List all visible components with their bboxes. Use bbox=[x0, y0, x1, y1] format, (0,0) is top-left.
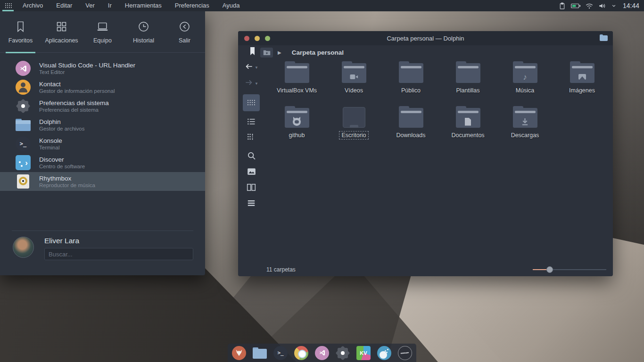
app-item-system-settings[interactable]: Preferencias del sistema Preferencias de… bbox=[0, 97, 205, 115]
video-badge-icon bbox=[341, 70, 367, 84]
tab-aplicaciones[interactable]: Aplicaciones bbox=[41, 11, 82, 52]
tab-historial[interactable]: Historial bbox=[123, 11, 164, 52]
breadcrumb-location[interactable]: Carpeta personal bbox=[292, 49, 344, 56]
file-manager-icon[interactable] bbox=[253, 346, 267, 360]
search-input[interactable] bbox=[44, 248, 193, 260]
bookmark-handle-icon[interactable] bbox=[249, 47, 256, 58]
folder-musica[interactable]: ♪ Música bbox=[496, 61, 553, 95]
tab-salir[interactable]: Salir bbox=[164, 11, 205, 52]
history-clock-icon bbox=[137, 20, 150, 33]
user-area: Eliver Lara bbox=[0, 231, 205, 260]
tab-equipo[interactable]: Equipo bbox=[82, 11, 123, 52]
folder-plantillas[interactable]: Plantillas bbox=[439, 61, 496, 95]
menu-ayuda[interactable]: Ayuda bbox=[216, 0, 247, 11]
app-item-vscode[interactable]: Visual Studio Code - URL Handler Text Ed… bbox=[0, 59, 205, 78]
app-description: Reproductor de música bbox=[39, 182, 95, 189]
app-launcher-button[interactable] bbox=[0, 0, 16, 11]
apps-grid-icon bbox=[55, 20, 68, 33]
zoom-slider-handle[interactable] bbox=[546, 266, 553, 273]
forward-button[interactable] bbox=[244, 78, 254, 89]
folder-virtualbox-vms[interactable]: VirtualBox VMs bbox=[268, 61, 325, 95]
icons-view-button[interactable] bbox=[243, 94, 260, 111]
folder-publico[interactable]: Público bbox=[382, 61, 439, 95]
bookmark-icon bbox=[14, 20, 27, 33]
chevron-down-icon[interactable] bbox=[611, 2, 617, 9]
wifi-icon[interactable] bbox=[585, 2, 594, 9]
folder-label: github bbox=[286, 131, 307, 140]
dock: >_ KV bbox=[228, 344, 416, 362]
menu-ir[interactable]: Ir bbox=[101, 0, 118, 11]
app-name: Rhythmbox bbox=[39, 175, 95, 182]
split-view-button[interactable] bbox=[247, 183, 256, 191]
app-item-rhythmbox[interactable]: Rhythmbox Reproductor de música bbox=[0, 172, 205, 191]
folder-github[interactable]: github bbox=[268, 106, 325, 140]
search-button[interactable] bbox=[247, 151, 256, 161]
menu-button[interactable] bbox=[247, 199, 256, 207]
chrome-icon[interactable] bbox=[294, 346, 308, 360]
document-badge-icon bbox=[455, 115, 481, 129]
blue-app-icon[interactable] bbox=[377, 346, 391, 360]
user-avatar[interactable] bbox=[13, 237, 34, 258]
app-name: Preferencias del sistema bbox=[39, 99, 109, 107]
vscode-dock-icon[interactable] bbox=[315, 346, 329, 360]
zoom-slider[interactable] bbox=[533, 266, 606, 273]
folder-documentos[interactable]: Documentos bbox=[439, 106, 496, 140]
menu-herramientas[interactable]: Herramientas bbox=[118, 0, 168, 11]
menu-editar[interactable]: Editar bbox=[50, 0, 79, 11]
firefox-icon[interactable] bbox=[232, 346, 246, 360]
application-launcher-panel: Favoritos Aplicaciones Equipo Historial … bbox=[0, 11, 205, 275]
tray-clock[interactable]: 14:44 bbox=[623, 2, 639, 9]
app-description: Gestor de información personal bbox=[39, 88, 115, 94]
window-title: Carpeta personal — Dolphin bbox=[238, 35, 613, 42]
folder-downloads[interactable]: Downloads bbox=[382, 106, 439, 140]
folder-escritorio[interactable]: Escritorio bbox=[325, 106, 382, 140]
clipboard-icon[interactable] bbox=[558, 2, 566, 10]
clock-widget-icon[interactable] bbox=[398, 346, 412, 360]
menu-list: Archivo Editar Ver Ir Herramientas Prefe… bbox=[16, 0, 246, 11]
status-folder-count: 11 carpetas bbox=[266, 266, 296, 273]
folder-descargas[interactable]: Descargas bbox=[496, 106, 553, 140]
folder-label: Vídeos bbox=[342, 86, 365, 95]
volume-icon[interactable] bbox=[598, 2, 606, 10]
forward-history-caret-icon[interactable]: ▼ bbox=[255, 82, 258, 86]
back-button[interactable] bbox=[244, 62, 254, 73]
launcher-grid-icon bbox=[5, 3, 11, 8]
folder-grid: VirtualBox VMs Vídeos Público Plantillas… bbox=[264, 59, 613, 263]
compact-view-button[interactable] bbox=[247, 132, 256, 141]
app-name: Konsole bbox=[39, 137, 62, 144]
folder-label: Público bbox=[399, 86, 423, 95]
konsole-icon: >_ bbox=[16, 136, 31, 151]
app-name: Visual Studio Code - URL Handler bbox=[39, 62, 135, 69]
kontact-icon bbox=[16, 80, 31, 95]
dolphin-side-toolbar: ▼ ▼ bbox=[238, 59, 264, 263]
folder-label: VirtualBox VMs bbox=[274, 86, 319, 95]
system-settings-icon bbox=[16, 99, 31, 114]
app-item-dolphin[interactable]: Dolphin Gestor de archivos bbox=[0, 115, 205, 134]
menu-archivo[interactable]: Archivo bbox=[16, 0, 50, 11]
folder-imagenes[interactable]: Imágenes bbox=[553, 61, 611, 95]
kdevelop-icon[interactable]: KV bbox=[356, 346, 371, 360]
preview-button[interactable] bbox=[247, 168, 256, 175]
settings-dock-icon[interactable] bbox=[336, 346, 350, 360]
app-name: Kontact bbox=[39, 81, 115, 88]
battery-icon[interactable] bbox=[570, 2, 581, 9]
app-item-konsole[interactable]: >_ Konsole Terminal bbox=[0, 134, 205, 153]
back-history-caret-icon[interactable]: ▼ bbox=[255, 66, 258, 70]
tab-favoritos[interactable]: Favoritos bbox=[0, 11, 41, 52]
icons-view-grid-icon bbox=[248, 100, 255, 106]
folder-label: Documentos bbox=[449, 131, 487, 140]
terminal-icon[interactable]: >_ bbox=[273, 346, 288, 360]
tab-label: Favoritos bbox=[8, 37, 33, 44]
breadcrumb-chevron-icon: ▶ bbox=[278, 50, 281, 55]
menu-preferencias[interactable]: Preferencias bbox=[168, 0, 216, 11]
breadcrumb-home-button[interactable] bbox=[260, 48, 273, 58]
app-item-discover[interactable]: › Discover Centro de software bbox=[0, 153, 205, 172]
folder-videos[interactable]: Vídeos bbox=[325, 61, 382, 95]
user-name: Eliver Lara bbox=[44, 237, 193, 245]
dolphin-titlebar[interactable]: Carpeta personal — Dolphin bbox=[238, 31, 613, 45]
app-description: Text Editor bbox=[39, 69, 135, 75]
list-view-button[interactable] bbox=[247, 117, 256, 126]
app-item-kontact[interactable]: Kontact Gestor de información personal bbox=[0, 78, 205, 97]
download-badge-icon bbox=[512, 115, 538, 129]
menu-ver[interactable]: Ver bbox=[79, 0, 101, 11]
